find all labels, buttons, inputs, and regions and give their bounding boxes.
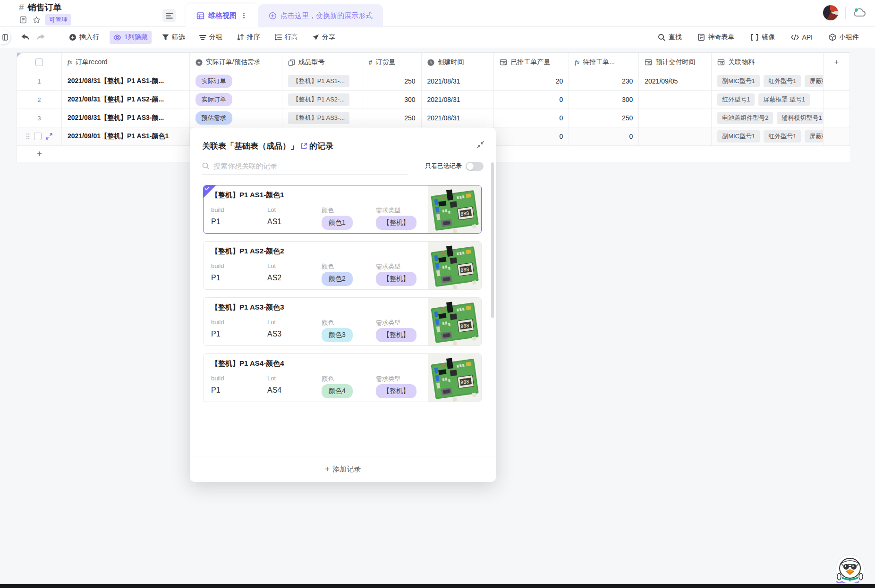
group-button[interactable]: 分组: [195, 31, 226, 44]
select-all-checkbox[interactable]: [35, 59, 43, 66]
row-checkbox[interactable]: [34, 133, 42, 140]
magic-form-button[interactable]: 神奇表单: [694, 31, 738, 44]
find-button[interactable]: 查找: [654, 31, 685, 44]
column-header-created[interactable]: 创建时间: [422, 53, 494, 72]
scheduled-cell[interactable]: 20: [494, 72, 569, 90]
api-button[interactable]: API: [787, 31, 816, 43]
row-height-button[interactable]: 行高: [271, 31, 302, 44]
open-table-link-icon[interactable]: [300, 143, 307, 150]
share-button[interactable]: 分享: [308, 31, 339, 44]
hidden-fields-button[interactable]: 1列隐藏: [110, 31, 152, 44]
modal-scrollbar[interactable]: [491, 162, 494, 318]
qty-cell[interactable]: 250: [363, 72, 422, 90]
column-header-product[interactable]: 成品型号: [282, 53, 363, 72]
order-type-cell[interactable]: 实际订单: [190, 91, 282, 109]
created-cell[interactable]: 2021/08/31: [422, 91, 494, 109]
record-card[interactable]: 【整机】P1 AS3-颜色3 build Lot 颜色 需求类型 P1 AS3 …: [203, 297, 482, 346]
record-cell[interactable]: 2021/09/01【整机】P1 AS1-颜色1: [62, 127, 190, 145]
product-cell[interactable]: 【整机】P1 AS1-...: [282, 72, 363, 90]
tab-add-view[interactable]: 点击这里，变换新的展示形式: [258, 4, 383, 27]
drag-handle-icon[interactable]: [26, 133, 30, 140]
record-card[interactable]: 【整机】P1 AS1-颜色1 build Lot 颜色 需求类型 P1 AS1 …: [203, 185, 482, 234]
created-cell[interactable]: 2021/08/31: [422, 72, 494, 90]
search-box[interactable]: [202, 158, 408, 175]
sync-cloud-icon[interactable]: [852, 7, 867, 19]
magic-form-label: 神奇表单: [708, 33, 734, 42]
selected-only-switch[interactable]: [466, 162, 484, 171]
column-header-order-type[interactable]: 实际订单/预估需求: [190, 53, 282, 72]
redo-icon[interactable]: [36, 34, 45, 42]
column-header-pending[interactable]: fx 待排工单...: [569, 53, 639, 72]
qty-cell[interactable]: 250: [363, 109, 422, 127]
add-column-button[interactable]: +: [824, 53, 850, 72]
add-row-plus-icon[interactable]: +: [17, 149, 62, 159]
avatar[interactable]: [823, 5, 839, 21]
column-header-record[interactable]: fx 订单record: [62, 53, 190, 72]
lookup-icon: [717, 59, 725, 66]
delivery-cell[interactable]: [639, 91, 712, 109]
field-label: Lot: [267, 375, 276, 382]
add-record-button[interactable]: + 添加记录: [190, 456, 496, 482]
record-cell[interactable]: 2021/08/31【整机】P1 AS2-颜...: [62, 91, 190, 109]
delivery-cell[interactable]: 2021/09/05: [639, 72, 712, 90]
delivery-cell[interactable]: [639, 109, 712, 127]
filter-button[interactable]: 筛选: [158, 31, 189, 44]
expand-record-icon[interactable]: [46, 133, 52, 140]
scheduled-cell[interactable]: 0: [494, 127, 569, 145]
qty-cell[interactable]: 300: [363, 91, 422, 109]
product-cell[interactable]: 【整机】P1 AS2-...: [282, 91, 363, 109]
materials-cell[interactable]: 副MIC型号1 红外型号1 屏蔽框罩 型号1: [712, 72, 824, 90]
table-row[interactable]: 1 2021/08/31【整机】P1 AS1-颜... 实际订单 【整机】P1 …: [17, 72, 850, 91]
sort-button[interactable]: 排序: [233, 31, 264, 44]
column-header-materials[interactable]: 关联物料: [712, 53, 824, 72]
column-header-delivery[interactable]: 预计交付时间: [639, 53, 712, 72]
scheduled-cell[interactable]: 0: [494, 91, 569, 109]
delivery-cell[interactable]: [639, 127, 712, 145]
materials-cell[interactable]: 副MIC型号1 红外型号1 屏蔽框罩 型号1: [712, 127, 824, 145]
pending-cell[interactable]: 300: [569, 91, 639, 109]
view-list-icon[interactable]: [162, 9, 176, 22]
created-cell[interactable]: 2021/08/31: [422, 109, 494, 127]
column-header-qty[interactable]: # 订货量: [363, 53, 422, 72]
order-type-cell[interactable]: 预估需求: [190, 109, 282, 127]
materials-cell[interactable]: 红外型号1 屏蔽框罩 型号1: [712, 91, 824, 109]
tab-grid-view[interactable]: 维格视图 ⋮: [186, 4, 258, 27]
lookup-icon: [645, 59, 652, 66]
record-card[interactable]: 【整机】P1 AS2-颜色2 build Lot 颜色 需求类型 P1 AS2 …: [203, 241, 482, 290]
pending-value: 250: [622, 114, 633, 122]
modal-title: 关联表「基础表（成品）」 的记录: [202, 141, 333, 151]
order-type-tag: 实际订单: [195, 93, 232, 106]
widget-button[interactable]: 小组件: [825, 31, 863, 44]
datasheet-icon: #: [19, 2, 24, 13]
insert-row-button[interactable]: 插入行: [65, 31, 103, 44]
scheduled-cell[interactable]: 0: [494, 109, 569, 127]
product-chip: 【整机】P1 AS2-...: [288, 93, 350, 106]
mirror-button[interactable]: 镜像: [747, 31, 779, 44]
description-icon[interactable]: [19, 16, 27, 24]
table-row[interactable]: 2 2021/08/31【整机】P1 AS2-颜... 实际订单 【整机】P1 …: [17, 91, 850, 109]
pending-cell[interactable]: 250: [569, 109, 639, 127]
product-cell[interactable]: 【整机】P1 AS3-...: [282, 109, 363, 127]
column-header-scheduled[interactable]: 已排工单产量: [494, 53, 569, 72]
product-photo: [428, 298, 481, 346]
record-cell[interactable]: 2021/08/31【整机】P1 AS1-颜...: [62, 72, 190, 90]
pending-cell[interactable]: 230: [569, 72, 639, 90]
search-input[interactable]: [213, 162, 393, 170]
group-label: 分组: [209, 33, 222, 42]
collapse-modal-icon[interactable]: [476, 141, 484, 149]
pending-cell[interactable]: 0: [569, 127, 639, 145]
field-label: 需求类型: [376, 206, 400, 215]
api-label: API: [802, 34, 813, 41]
collapse-sidebar-handle[interactable]: [0, 30, 10, 44]
tab-options-icon[interactable]: ⋮: [240, 11, 248, 20]
help-mascot[interactable]: [832, 552, 868, 585]
favorite-star-icon[interactable]: [32, 16, 41, 24]
build-value: P1: [211, 386, 221, 395]
table-row[interactable]: 3 2021/08/31【整机】P1 AS3-颜... 预估需求 【整机】P1 …: [17, 109, 850, 127]
product-photo: [428, 354, 481, 402]
record-card[interactable]: 【整机】P1 AS4-颜色4 build Lot 颜色 需求类型 P1 AS4 …: [203, 353, 482, 402]
order-type-cell[interactable]: 实际订单: [190, 72, 282, 90]
materials-cell[interactable]: 电池盖组件型号2 辅料模切型号1: [712, 109, 824, 127]
undo-icon[interactable]: [21, 34, 30, 42]
record-cell[interactable]: 2021/08/31【整机】P1 AS3-颜...: [62, 109, 190, 127]
